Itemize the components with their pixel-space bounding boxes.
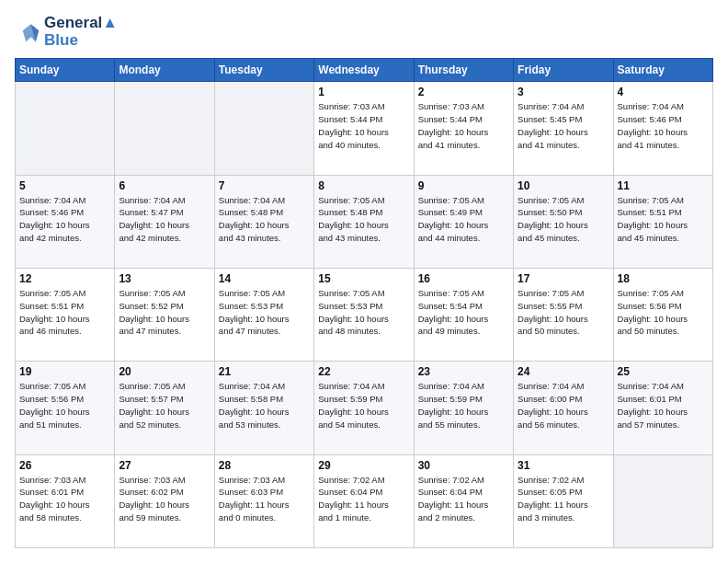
week-row-4: 19Sunrise: 7:05 AM Sunset: 5:56 PM Dayli… [16,362,713,454]
calendar-cell: 30Sunrise: 7:02 AM Sunset: 6:04 PM Dayli… [414,454,513,547]
cell-info: Sunrise: 7:05 AM Sunset: 5:56 PM Dayligh… [618,287,709,338]
calendar-cell: 9Sunrise: 7:05 AM Sunset: 5:49 PM Daylig… [414,175,513,268]
day-number: 27 [119,459,210,472]
week-row-1: 1Sunrise: 7:03 AM Sunset: 5:44 PM Daylig… [16,82,713,175]
cell-info: Sunrise: 7:04 AM Sunset: 5:45 PM Dayligh… [518,100,609,151]
cell-info: Sunrise: 7:05 AM Sunset: 5:57 PM Dayligh… [119,380,210,431]
day-number: 11 [618,179,709,192]
day-number: 21 [219,365,310,378]
calendar-cell: 31Sunrise: 7:02 AM Sunset: 6:05 PM Dayli… [514,454,613,547]
cell-info: Sunrise: 7:04 AM Sunset: 5:48 PM Dayligh… [219,194,310,245]
day-number: 28 [219,459,310,472]
calendar-cell: 19Sunrise: 7:05 AM Sunset: 5:56 PM Dayli… [16,362,115,454]
calendar-cell: 5Sunrise: 7:04 AM Sunset: 5:46 PM Daylig… [16,175,115,268]
calendar-cell: 16Sunrise: 7:05 AM Sunset: 5:54 PM Dayli… [414,269,513,362]
calendar-cell: 28Sunrise: 7:03 AM Sunset: 6:03 PM Dayli… [214,454,313,547]
cell-info: Sunrise: 7:05 AM Sunset: 5:48 PM Dayligh… [318,194,409,245]
cell-info: Sunrise: 7:05 AM Sunset: 5:51 PM Dayligh… [19,287,110,338]
day-number: 8 [318,179,409,192]
calendar-cell: 4Sunrise: 7:04 AM Sunset: 5:46 PM Daylig… [613,82,712,175]
cell-info: Sunrise: 7:03 AM Sunset: 6:03 PM Dayligh… [219,474,310,524]
cell-info: Sunrise: 7:05 AM Sunset: 5:51 PM Dayligh… [618,194,709,245]
day-number: 14 [219,272,310,285]
calendar-cell: 23Sunrise: 7:04 AM Sunset: 5:59 PM Dayli… [414,362,513,454]
calendar-cell [613,454,712,547]
logo-text: General▲ Blue [44,15,118,49]
calendar-cell: 6Sunrise: 7:04 AM Sunset: 5:47 PM Daylig… [115,175,214,268]
calendar-cell: 20Sunrise: 7:05 AM Sunset: 5:57 PM Dayli… [115,362,214,454]
calendar-cell: 18Sunrise: 7:05 AM Sunset: 5:56 PM Dayli… [613,269,712,362]
cell-info: Sunrise: 7:04 AM Sunset: 5:46 PM Dayligh… [618,100,709,151]
cell-info: Sunrise: 7:04 AM Sunset: 6:01 PM Dayligh… [618,380,709,431]
calendar-cell: 12Sunrise: 7:05 AM Sunset: 5:51 PM Dayli… [16,269,115,362]
cell-info: Sunrise: 7:04 AM Sunset: 5:46 PM Dayligh… [19,194,110,245]
day-number: 16 [418,272,509,285]
calendar-cell: 24Sunrise: 7:04 AM Sunset: 6:00 PM Dayli… [514,362,613,454]
calendar-page: General▲ Blue SundayMondayTuesdayWednesd… [0,0,728,563]
calendar-cell: 10Sunrise: 7:05 AM Sunset: 5:50 PM Dayli… [514,175,613,268]
calendar-cell: 1Sunrise: 7:03 AM Sunset: 5:44 PM Daylig… [314,82,414,175]
cell-info: Sunrise: 7:05 AM Sunset: 5:53 PM Dayligh… [318,287,409,338]
day-number: 22 [318,365,409,378]
calendar-cell: 25Sunrise: 7:04 AM Sunset: 6:01 PM Dayli… [613,362,712,454]
logo-icon [15,19,40,45]
calendar-cell: 8Sunrise: 7:05 AM Sunset: 5:48 PM Daylig… [314,175,414,268]
cell-info: Sunrise: 7:04 AM Sunset: 5:58 PM Dayligh… [219,380,310,431]
day-number: 2 [418,86,509,98]
day-number: 13 [119,272,210,285]
calendar-cell: 15Sunrise: 7:05 AM Sunset: 5:53 PM Dayli… [314,269,414,362]
calendar-cell: 27Sunrise: 7:03 AM Sunset: 6:02 PM Dayli… [115,454,214,547]
weekday-header-thursday: Thursday [414,59,513,82]
cell-info: Sunrise: 7:04 AM Sunset: 6:00 PM Dayligh… [518,380,609,431]
weekday-header-wednesday: Wednesday [314,59,414,82]
cell-info: Sunrise: 7:04 AM Sunset: 5:47 PM Dayligh… [119,194,210,245]
day-number: 23 [418,365,509,378]
cell-info: Sunrise: 7:05 AM Sunset: 5:52 PM Dayligh… [119,287,210,338]
day-number: 19 [19,365,110,378]
weekday-header-row: SundayMondayTuesdayWednesdayThursdayFrid… [16,59,713,82]
calendar-cell [214,82,313,175]
calendar-table: SundayMondayTuesdayWednesdayThursdayFrid… [15,58,713,548]
day-number: 1 [318,86,409,98]
cell-info: Sunrise: 7:03 AM Sunset: 5:44 PM Dayligh… [418,100,509,151]
day-number: 12 [19,272,110,285]
logo: General▲ Blue [15,15,118,49]
day-number: 25 [618,365,709,378]
day-number: 5 [19,179,110,192]
cell-info: Sunrise: 7:04 AM Sunset: 5:59 PM Dayligh… [418,380,509,431]
day-number: 10 [518,179,609,192]
cell-info: Sunrise: 7:02 AM Sunset: 6:05 PM Dayligh… [518,474,609,524]
calendar-cell: 26Sunrise: 7:03 AM Sunset: 6:01 PM Dayli… [16,454,115,547]
day-number: 24 [518,365,609,378]
day-number: 17 [518,272,609,285]
cell-info: Sunrise: 7:05 AM Sunset: 5:49 PM Dayligh… [418,194,509,245]
cell-info: Sunrise: 7:03 AM Sunset: 6:01 PM Dayligh… [19,474,110,524]
day-number: 30 [418,459,509,472]
cell-info: Sunrise: 7:05 AM Sunset: 5:53 PM Dayligh… [219,287,310,338]
day-number: 6 [119,179,210,192]
calendar-cell: 13Sunrise: 7:05 AM Sunset: 5:52 PM Dayli… [115,269,214,362]
day-number: 26 [19,459,110,472]
calendar-cell: 11Sunrise: 7:05 AM Sunset: 5:51 PM Dayli… [613,175,712,268]
day-number: 29 [318,459,409,472]
day-number: 18 [618,272,709,285]
cell-info: Sunrise: 7:04 AM Sunset: 5:59 PM Dayligh… [318,380,409,431]
day-number: 7 [219,179,310,192]
weekday-header-monday: Monday [115,59,214,82]
day-number: 9 [418,179,509,192]
cell-info: Sunrise: 7:03 AM Sunset: 6:02 PM Dayligh… [119,474,210,524]
day-number: 20 [119,365,210,378]
cell-info: Sunrise: 7:05 AM Sunset: 5:50 PM Dayligh… [518,194,609,245]
cell-info: Sunrise: 7:02 AM Sunset: 6:04 PM Dayligh… [418,474,509,524]
calendar-cell: 21Sunrise: 7:04 AM Sunset: 5:58 PM Dayli… [214,362,313,454]
weekday-header-sunday: Sunday [16,59,115,82]
cell-info: Sunrise: 7:05 AM Sunset: 5:55 PM Dayligh… [518,287,609,338]
cell-info: Sunrise: 7:03 AM Sunset: 5:44 PM Dayligh… [318,100,409,151]
calendar-cell: 29Sunrise: 7:02 AM Sunset: 6:04 PM Dayli… [314,454,414,547]
weekday-header-tuesday: Tuesday [214,59,313,82]
week-row-2: 5Sunrise: 7:04 AM Sunset: 5:46 PM Daylig… [16,175,713,268]
day-number: 4 [618,86,709,98]
cell-info: Sunrise: 7:05 AM Sunset: 5:56 PM Dayligh… [19,380,110,431]
calendar-cell: 7Sunrise: 7:04 AM Sunset: 5:48 PM Daylig… [214,175,313,268]
page-header: General▲ Blue [15,15,713,49]
